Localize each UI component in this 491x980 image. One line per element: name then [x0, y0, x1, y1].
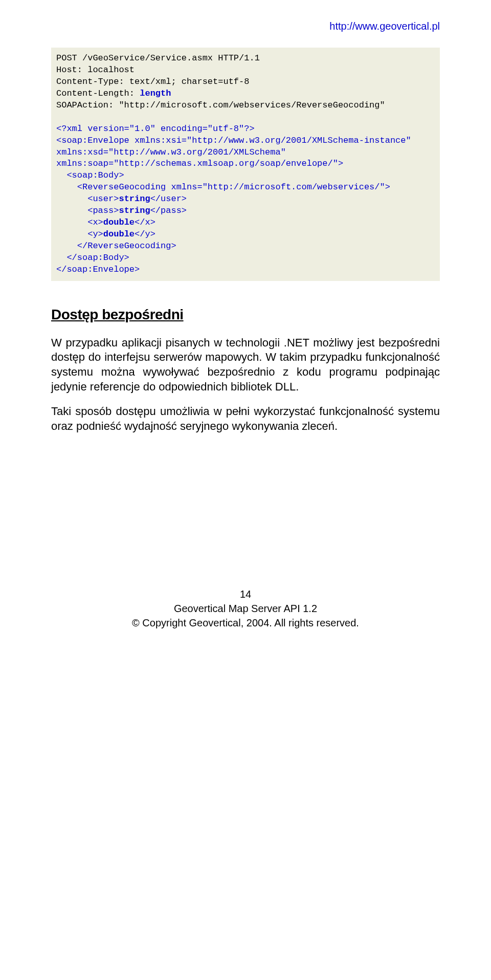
- document-page: http://www.geovertical.pl POST /vGeoServ…: [0, 0, 491, 650]
- code-line: SOAPAction: "http://microsoft.com/webser…: [56, 100, 385, 110]
- code-line: <ReverseGeocoding xmlns="http://microsof…: [56, 182, 390, 192]
- section-heading: Dostęp bezpośredni: [51, 307, 440, 323]
- code-line: Content-Length:: [56, 89, 140, 98]
- code-line: Content-Type: text/xml; charset=utf-8: [56, 77, 249, 86]
- code-line: </ReverseGeocoding>: [56, 241, 176, 251]
- code-line: </x>: [135, 217, 155, 227]
- body-paragraph: Taki sposób dostępu umożliwia w pełni wy…: [51, 404, 440, 433]
- code-line: </soap:Envelope>: [56, 265, 140, 274]
- footer-line: © Copyright Geovertical, 2004. All right…: [51, 616, 440, 630]
- code-line: <?xml version="1.0" encoding="utf-8"?>: [56, 124, 255, 134]
- code-line: <user>: [56, 194, 119, 204]
- body-paragraph: W przypadku aplikacji pisanych w technol…: [51, 336, 440, 394]
- code-line: </y>: [135, 229, 155, 239]
- code-line: <x>: [56, 217, 103, 227]
- code-line: <y>: [56, 229, 103, 239]
- page-footer: 14 Geovertical Map Server API 1.2 © Copy…: [51, 587, 440, 630]
- code-placeholder: double: [103, 229, 135, 239]
- code-placeholder: string: [119, 206, 150, 215]
- footer-line: Geovertical Map Server API 1.2: [51, 601, 440, 616]
- code-line: <soap:Body>: [56, 170, 124, 180]
- code-line: </user>: [150, 194, 187, 204]
- header-url: http://www.geovertical.pl: [51, 20, 440, 32]
- code-placeholder: double: [103, 217, 135, 227]
- code-line: <pass>: [56, 206, 119, 215]
- page-number: 14: [51, 587, 440, 601]
- code-line: </soap:Body>: [56, 253, 129, 263]
- code-placeholder: length: [140, 89, 171, 98]
- code-line: <soap:Envelope xmlns:xsi="http://www.w3.…: [56, 136, 416, 169]
- code-line: POST /vGeoService/Service.asmx HTTP/1.1: [56, 53, 260, 63]
- code-line: Host: localhost: [56, 65, 135, 75]
- soap-code-block: POST /vGeoService/Service.asmx HTTP/1.1 …: [51, 48, 440, 281]
- code-line: </pass>: [150, 206, 187, 215]
- code-placeholder: string: [119, 194, 150, 204]
